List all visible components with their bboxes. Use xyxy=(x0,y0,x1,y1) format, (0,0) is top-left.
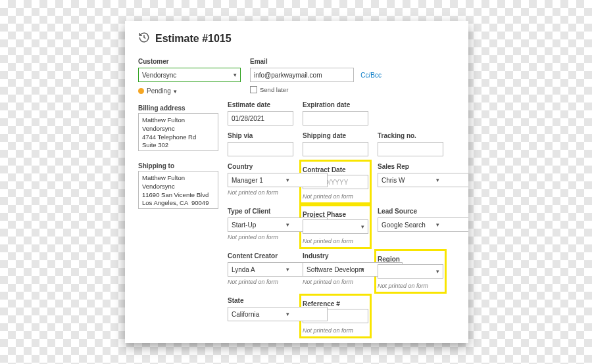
email-label: Email xyxy=(250,58,382,65)
email-input[interactable] xyxy=(250,68,354,82)
region-highlight: Region Not printed on form xyxy=(374,249,447,294)
country-note: Not printed on form xyxy=(228,189,293,196)
country-label: Country xyxy=(228,163,293,170)
country-select[interactable] xyxy=(228,173,328,187)
ship-via-label: Ship via xyxy=(228,132,293,139)
type-of-client-label: Type of Client xyxy=(228,208,293,215)
page-header: Estimate #1015 xyxy=(138,32,455,46)
state-label: State xyxy=(228,297,293,304)
project-phase-select[interactable] xyxy=(303,219,368,234)
sales-rep-select[interactable] xyxy=(378,173,468,187)
billing-address-textarea[interactable] xyxy=(138,113,218,151)
shipping-address-textarea[interactable] xyxy=(138,171,218,209)
region-select[interactable] xyxy=(378,264,443,279)
project-phase-highlight: Project Phase Not printed on form xyxy=(299,204,372,249)
checkbox-icon xyxy=(250,86,257,93)
lead-source-select[interactable] xyxy=(378,217,468,232)
state-select[interactable] xyxy=(228,307,328,321)
project-phase-note: Not printed on form xyxy=(303,238,353,244)
page-title: Estimate #1015 xyxy=(155,33,232,45)
region-note: Not printed on form xyxy=(378,283,428,289)
send-later-checkbox[interactable]: Send later xyxy=(250,86,382,93)
customer-select[interactable] xyxy=(138,68,241,82)
estimate-date-label: Estimate date xyxy=(228,101,293,108)
industry-label: Industry xyxy=(303,252,368,260)
lead-source-label: Lead Source xyxy=(378,208,443,215)
status-label: Pending xyxy=(147,87,171,95)
estimate-status-pill[interactable]: Pending ▾ xyxy=(138,87,241,95)
estimate-form-card: Estimate #1015 Customer Pending ▾ Email … xyxy=(125,21,468,343)
reference-note: Not printed on form xyxy=(303,327,353,334)
sales-rep-label: Sales Rep xyxy=(378,163,443,170)
tracking-no-input[interactable] xyxy=(378,142,443,156)
billing-address-label: Billing address xyxy=(138,104,185,112)
content-creator-note: Not printed on form xyxy=(228,279,293,285)
shipping-date-input[interactable] xyxy=(303,142,368,156)
shipping-date-label: Shipping date xyxy=(303,132,368,139)
expiration-date-label: Expiration date xyxy=(303,101,368,108)
customer-label: Customer xyxy=(138,58,241,65)
chevron-down-icon: ▾ xyxy=(174,88,177,95)
shipping-address-label: Shipping to xyxy=(138,162,174,170)
industry-note: Not printed on form xyxy=(303,279,368,285)
ccbcc-link[interactable]: Cc/Bcc xyxy=(360,72,382,79)
contract-date-note: Not printed on form xyxy=(303,193,353,200)
tracking-no-label: Tracking no. xyxy=(378,132,443,139)
content-creator-label: Content Creator xyxy=(228,252,293,260)
ship-via-input[interactable] xyxy=(228,142,293,156)
estimate-date-input[interactable] xyxy=(228,111,293,125)
status-dot-icon xyxy=(138,88,144,94)
send-later-label: Send later xyxy=(260,86,288,93)
history-icon xyxy=(138,32,150,46)
expiration-date-input[interactable] xyxy=(303,111,368,125)
type-of-client-note: Not printed on form xyxy=(228,234,293,240)
